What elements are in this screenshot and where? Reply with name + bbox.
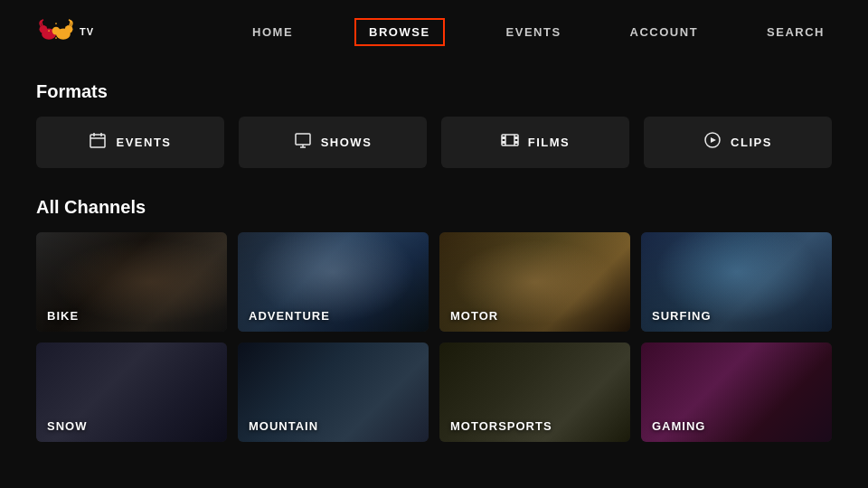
calendar-icon xyxy=(89,131,107,154)
svg-point-3 xyxy=(65,25,73,33)
svg-point-4 xyxy=(52,27,61,35)
channel-motor[interactable]: MOTOR xyxy=(439,232,630,332)
svg-rect-13 xyxy=(296,134,310,145)
channel-surfing-label: SURFING xyxy=(652,309,712,323)
svg-marker-24 xyxy=(711,137,716,143)
channel-motor-label: MOTOR xyxy=(450,309,498,323)
play-circle-icon xyxy=(703,131,722,154)
channel-gaming-label: GAMING xyxy=(652,419,705,433)
nav-account[interactable]: ACCOUNT xyxy=(623,22,706,42)
svg-rect-16 xyxy=(502,135,518,145)
nav-home[interactable]: HOME xyxy=(245,22,300,42)
film-icon xyxy=(501,131,519,154)
channel-mountain-label: MOUNTAIN xyxy=(249,419,318,433)
channels-title: All Channels xyxy=(36,197,832,218)
formats-row: EVENTS SHOWS xyxy=(36,117,832,168)
format-films-button[interactable]: FILMS xyxy=(441,117,629,168)
channel-gaming[interactable]: GAMING xyxy=(641,343,832,442)
channel-motorsports[interactable]: MOTORSPORTS xyxy=(439,343,630,442)
nav-search[interactable]: SEARCH xyxy=(760,22,832,42)
main-content: Formats EVENTS SHO xyxy=(0,63,868,442)
channel-moto2-label: MOTORSPORTS xyxy=(450,419,552,433)
channel-bike-label: BIKE xyxy=(47,309,79,323)
format-events-label: EVENTS xyxy=(116,136,171,149)
formats-title: Formats xyxy=(36,81,832,102)
format-events-button[interactable]: EVENTS xyxy=(36,117,224,168)
svg-point-1 xyxy=(40,25,48,33)
svg-rect-19 xyxy=(502,136,505,139)
channel-snow[interactable]: SNOW xyxy=(36,343,227,442)
svg-rect-21 xyxy=(514,136,518,139)
header: TV HOME BROWSE EVENTS ACCOUNT SEARCH xyxy=(0,0,868,63)
format-shows-label: SHOWS xyxy=(321,136,373,149)
svg-rect-9 xyxy=(90,135,105,147)
nav-events[interactable]: EVENTS xyxy=(499,22,569,42)
format-clips-button[interactable]: CLIPS xyxy=(644,117,832,168)
channels-grid: BIKE ADVENTURE MOTOR SURFING SNOW MOUNTA… xyxy=(36,232,832,442)
logo[interactable]: TV xyxy=(36,18,94,45)
main-nav: HOME BROWSE EVENTS ACCOUNT SEARCH xyxy=(245,18,832,46)
channel-surfing[interactable]: SURFING xyxy=(641,232,832,332)
channel-mountain[interactable]: MOUNTAIN xyxy=(238,343,429,442)
channel-adventure[interactable]: ADVENTURE xyxy=(238,232,429,332)
svg-rect-22 xyxy=(514,141,518,144)
tv-icon xyxy=(294,131,312,154)
channel-bike[interactable]: BIKE xyxy=(36,232,227,332)
nav-browse[interactable]: BROWSE xyxy=(354,18,445,46)
channel-adventure-label: ADVENTURE xyxy=(249,309,330,323)
channel-snow-label: SNOW xyxy=(47,419,87,433)
format-shows-button[interactable]: SHOWS xyxy=(239,117,427,168)
format-clips-label: CLIPS xyxy=(731,136,772,149)
svg-rect-20 xyxy=(502,141,505,144)
format-films-label: FILMS xyxy=(528,136,571,149)
logo-tv-label: TV xyxy=(80,26,94,37)
